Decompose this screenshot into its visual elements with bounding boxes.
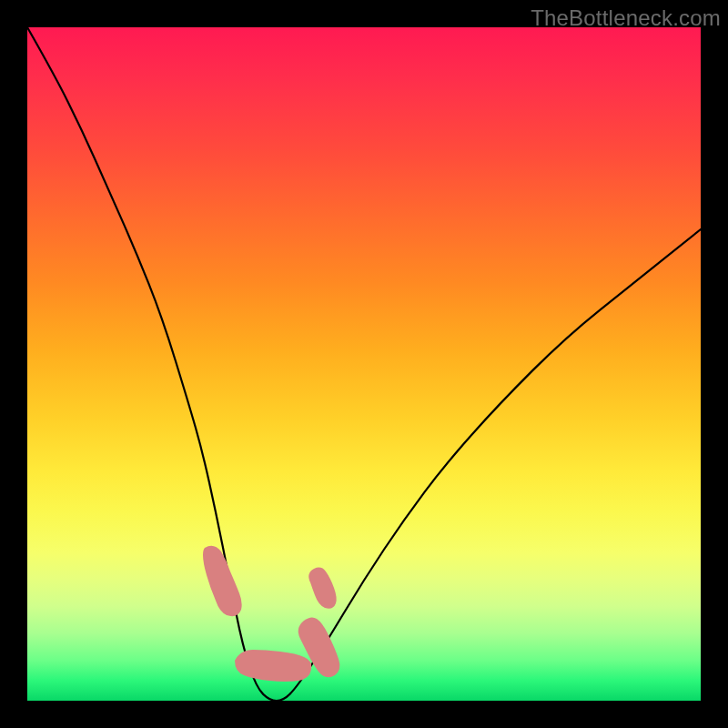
left-marker: [203, 546, 242, 616]
bottleneck-curve: [27, 27, 701, 701]
right-marker-lobe: [308, 568, 336, 609]
plot-area: [27, 27, 701, 701]
chart-frame: TheBottleneck.com: [0, 0, 728, 728]
bottom-marker: [235, 650, 311, 682]
overlay-svg: [27, 27, 701, 701]
marker-group: [203, 546, 339, 682]
watermark-text: TheBottleneck.com: [531, 5, 721, 31]
